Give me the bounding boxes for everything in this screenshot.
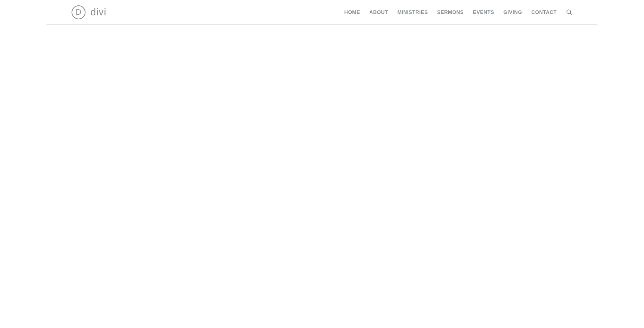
main-nav: HOME ABOUT MINISTRIES SERMONS EVENTS GIV…: [344, 9, 572, 15]
nav-about[interactable]: ABOUT: [369, 9, 388, 15]
nav-events[interactable]: EVENTS: [473, 9, 494, 15]
search-icon[interactable]: [566, 9, 572, 15]
site-header: D divi HOME ABOUT MINISTRIES SERMONS EVE…: [47, 0, 597, 25]
logo-text: divi: [91, 7, 107, 18]
nav-contact[interactable]: CONTACT: [531, 9, 557, 15]
nav-ministries[interactable]: MINISTRIES: [397, 9, 428, 15]
nav-home[interactable]: HOME: [344, 9, 360, 15]
nav-giving[interactable]: GIVING: [503, 9, 522, 15]
nav-sermons[interactable]: SERMONS: [437, 9, 464, 15]
logo-letter: D: [76, 8, 82, 17]
svg-point-0: [567, 10, 571, 14]
svg-line-1: [570, 13, 572, 15]
logo[interactable]: D divi: [72, 5, 107, 19]
logo-icon: D: [72, 5, 86, 19]
